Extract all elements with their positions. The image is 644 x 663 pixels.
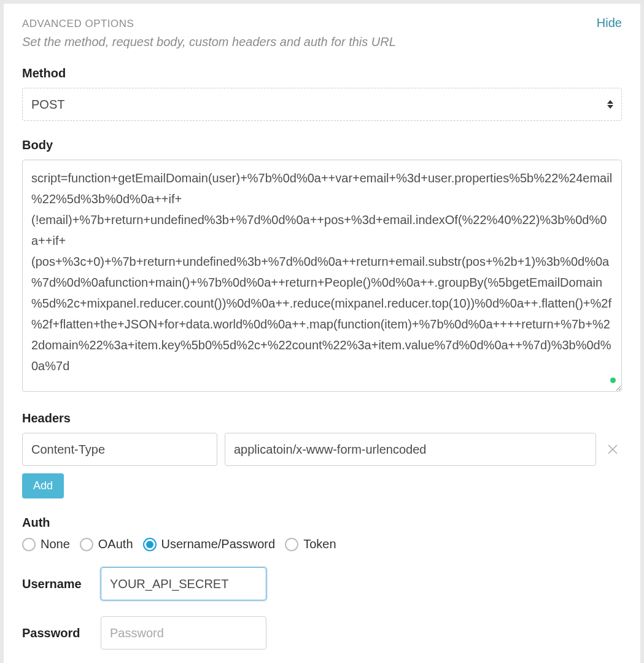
body-field: Body script=function+getEmailDomain(user… (22, 138, 622, 394)
radio-icon (285, 538, 298, 551)
section-subtitle: Set the method, request body, custom hea… (22, 35, 622, 49)
add-header-button[interactable]: Add (22, 473, 64, 498)
auth-radio-group: None OAuth Username/Password Token (22, 537, 622, 551)
radio-label: None (41, 537, 70, 551)
auth-option-token[interactable]: Token (285, 537, 336, 551)
radio-icon (80, 538, 93, 551)
method-select[interactable]: POST (22, 88, 622, 121)
body-textarea[interactable]: script=function+getEmailDomain(user)+%7b… (22, 160, 622, 392)
radio-label: Token (303, 537, 336, 551)
password-label: Password (22, 626, 90, 640)
status-dot-icon (610, 378, 616, 383)
username-label: Username (22, 577, 90, 591)
radio-label: OAuth (98, 537, 133, 551)
radio-icon (22, 538, 36, 551)
method-label: Method (22, 66, 622, 80)
auth-field: Auth None OAuth Username/Password Token … (22, 516, 622, 649)
password-input[interactable] (101, 616, 266, 649)
auth-option-username-password[interactable]: Username/Password (143, 537, 276, 551)
method-field: Method POST (22, 66, 622, 121)
section-title: ADVANCED OPTIONS (22, 18, 134, 30)
auth-option-oauth[interactable]: OAuth (80, 537, 133, 551)
auth-option-none[interactable]: None (22, 537, 70, 551)
headers-field: Headers Add (22, 411, 622, 498)
header-key-input[interactable] (22, 433, 217, 466)
remove-header-icon[interactable] (603, 440, 622, 459)
advanced-options-panel: ADVANCED OPTIONS Hide Set the method, re… (4, 4, 640, 663)
header-row (22, 433, 622, 466)
body-label: Body (22, 138, 622, 152)
radio-icon (143, 538, 157, 551)
radio-label: Username/Password (161, 537, 276, 551)
header-value-input[interactable] (225, 433, 596, 466)
headers-label: Headers (22, 411, 622, 425)
username-input[interactable] (101, 567, 266, 600)
hide-link[interactable]: Hide (597, 16, 622, 30)
auth-label: Auth (22, 516, 622, 530)
